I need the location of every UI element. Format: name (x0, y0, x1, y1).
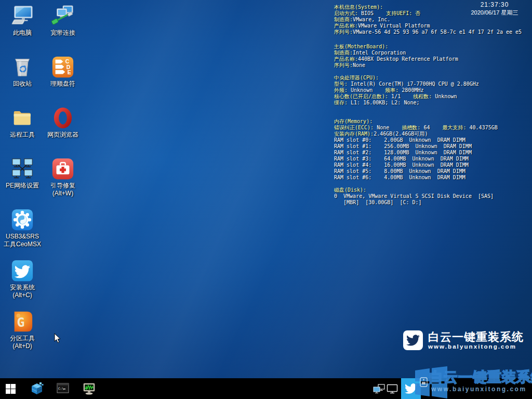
system-info-line: RAM slot #0: 2.00GB Unknown DRAM DIMM (334, 137, 530, 143)
icon-label: 此电脑 (13, 29, 32, 37)
taskbar-icon-registry-tool[interactable] (30, 378, 44, 399)
icon-label-line: USB3&SRS (4, 233, 41, 241)
system-info-section: 中央处理器(CPU):型号: Intel(R) Core(TM) i7-7700… (334, 75, 530, 106)
system-info-line: 型号: Intel(R) Core(TM) i7-7700HQ CPU @ 2.… (334, 81, 530, 87)
svg-text:C:\: C:\ (58, 387, 64, 390)
system-info-segment: 制造商: (334, 17, 353, 22)
system-info-segment: 本机信息(System): (334, 4, 383, 10)
tray-network-icon[interactable] (372, 378, 385, 399)
system-info-segment: 磁盘(Disk): (334, 187, 366, 193)
system-info-segment: 440BX Desktop Reference Platform (358, 56, 458, 62)
icon-art: G (10, 310, 34, 334)
system-info-segment: Unknown (435, 94, 457, 99)
desktop-icon-drive-letters[interactable]: C D E 理顺盘符 (43, 54, 83, 105)
icon-label: USB3&SRS工具CeoMSX (4, 233, 41, 248)
icon-label: PE网络设置 (6, 182, 39, 190)
system-info-segment: 2.46GB(2.46GB可用) (374, 131, 428, 137)
system-info-segment: None (377, 125, 389, 130)
desktop-icon-install-system[interactable]: 安装系统(Alt+C) (2, 258, 43, 309)
system-info-segment: 40.4375GB (470, 125, 498, 130)
system-info-segment: 序列号: (334, 62, 353, 68)
clock-time: 21:37:30 (466, 1, 524, 9)
system-info-segment: 64 (423, 125, 430, 130)
system-info-segment: Intel Corporation (353, 50, 406, 56)
tray-twitter-button[interactable] (401, 378, 421, 399)
system-info-segment: RAM slot #5: 8.00MB Unknown DRAM DIMM (334, 168, 466, 174)
system-info-segment: 启动方式: (334, 10, 361, 16)
icon-art (10, 4, 34, 28)
system-info-segment: VMware, Inc. (353, 17, 390, 22)
taskbar: C:\ (0, 378, 532, 399)
system-info-line: 序列号:VMware-56 4d 25 93 96 a7 6f 58-7c e1… (334, 29, 530, 35)
system-info-line: 内存(Memory): (334, 118, 530, 125)
icon-label-line: 引导修复 (50, 182, 75, 190)
system-info-segment: 错误纠正(ECC): (334, 125, 377, 130)
system-tray (372, 378, 532, 399)
tray-clock[interactable]: 21:37:30 2020/06/17 星期三 (466, 1, 524, 16)
system-info-segment: RAM slot #2: 128.00MB Unknown DRAM DIMM (334, 150, 472, 155)
system-info-line: RAM slot #6: 4.00MB Unknown DRAM DIMM (334, 175, 530, 181)
system-info-segment: 中央处理器(CPU): (334, 75, 379, 81)
system-info-segment: 频率: (373, 87, 402, 93)
icon-label-line: (Alt+W) (50, 190, 75, 197)
icon-art (10, 55, 34, 79)
desktop-icon-web-browser[interactable]: 网页浏览器 (43, 105, 83, 156)
system-info-segment: 2800MHz (402, 87, 423, 93)
icon-art (51, 4, 75, 28)
icon-label: 网页浏览器 (47, 131, 78, 139)
system-info-segment: Intel(R) Core(TM) i7-7700HQ CPU @ 2.80GH… (351, 81, 479, 87)
brand-text: 白云一键重装系统 www.balyunxitong.com (428, 331, 524, 350)
desktop-icon-broadband[interactable]: 宽带连接 (43, 3, 83, 54)
svg-text:G: G (17, 315, 24, 330)
tray-display-icon[interactable] (385, 378, 399, 399)
system-info-panel: 本机信息(System):启动方式: BIOS 支持UEFI: 否制造商:VMw… (334, 4, 530, 212)
system-info-line: RAM slot #1: 256.00MB Unknown DRAM DIMM (334, 143, 530, 150)
icon-label-line: 远程工具 (10, 131, 35, 139)
icon-art: C D E (51, 55, 75, 79)
system-info-segment: 产品名称: (334, 56, 358, 62)
icon-label: 引导修复(Alt+W) (50, 182, 75, 197)
system-info-segment: Unknown (351, 87, 373, 93)
system-info-segment: 线程数: (401, 94, 435, 99)
icon-label-line: 理顺盘符 (50, 80, 75, 88)
icon-label-line: 网页浏览器 (47, 131, 78, 139)
icon-label: 分区工具(Alt+D) (10, 335, 35, 350)
system-info-line: RAM slot #3: 64.00MB Unknown DRAM DIMM (334, 156, 530, 162)
system-info-segment: 缓存: (334, 100, 351, 105)
icon-art (10, 259, 34, 283)
system-info-line: 产品名称:VMware Virtual Platform (334, 23, 530, 29)
taskbar-icon-command-prompt[interactable]: C:\ (56, 378, 70, 399)
system-info-segment: [MBR] [30.00GB] [C: D:] (334, 200, 422, 205)
system-info-line: 主板(MotherBoard): (334, 44, 530, 50)
taskbar-icon-task-manager[interactable] (82, 378, 96, 399)
system-info-segment: VMware Virtual Platform (358, 23, 430, 29)
brand-bird-icon (403, 330, 423, 350)
icon-label: 远程工具 (10, 131, 35, 139)
icon-label: 安装系统(Alt+C) (10, 284, 35, 299)
desktop-icon-recycle-bin[interactable]: 回收站 (2, 54, 43, 105)
system-info-segment: 核心数(已开启/总数): (334, 94, 391, 99)
icon-art (51, 106, 75, 130)
system-info-section: 磁盘(Disk):0 VMware, VMware Virtual S SCSI… (334, 187, 530, 206)
desktop-icon-remote-tools[interactable]: 远程工具 (2, 105, 43, 156)
system-info-segment: RAM slot #4: 16.00MB Unknown DRAM DIMM (334, 162, 469, 168)
start-button[interactable] (0, 378, 21, 399)
system-info-line: 制造商:Intel Corporation (334, 50, 530, 56)
system-info-segment: 最大支持: (430, 125, 469, 130)
system-info-line: 制造商:VMware, Inc. (334, 17, 530, 23)
system-info-line: [MBR] [30.00GB] [C: D:] (334, 200, 530, 206)
desktop-icon-pe-network[interactable]: PE网络设置 (2, 156, 43, 207)
system-info-segment: RAM slot #6: 4.00MB Unknown DRAM DIMM (334, 175, 466, 180)
system-info-line: 磁盘(Disk): (334, 187, 530, 193)
icon-label: 回收站 (13, 80, 32, 88)
clock-date: 2020/06/17 星期三 (466, 9, 524, 16)
desktop-icon-usb3-srs[interactable]: USB3&SRS工具CeoMSX (2, 207, 43, 258)
icon-art (10, 106, 34, 130)
system-info-line: 错误纠正(ECC): None 插槽数: 64 最大支持: 40.4375GB (334, 125, 530, 131)
desktop-icon-boot-repair[interactable]: 引导修复(Alt+W) (43, 156, 83, 207)
desktop-icon-partition-tool[interactable]: G 分区工具(Alt+D) (2, 309, 43, 360)
desktop-icon-this-pc[interactable]: 此电脑 (2, 3, 43, 54)
system-info-line: 缓存: L1: 16.00KB; L2: None; (334, 100, 530, 106)
system-info-segment: 主板(MotherBoard): (334, 44, 388, 49)
system-info-segment: 1/1 (391, 94, 401, 99)
